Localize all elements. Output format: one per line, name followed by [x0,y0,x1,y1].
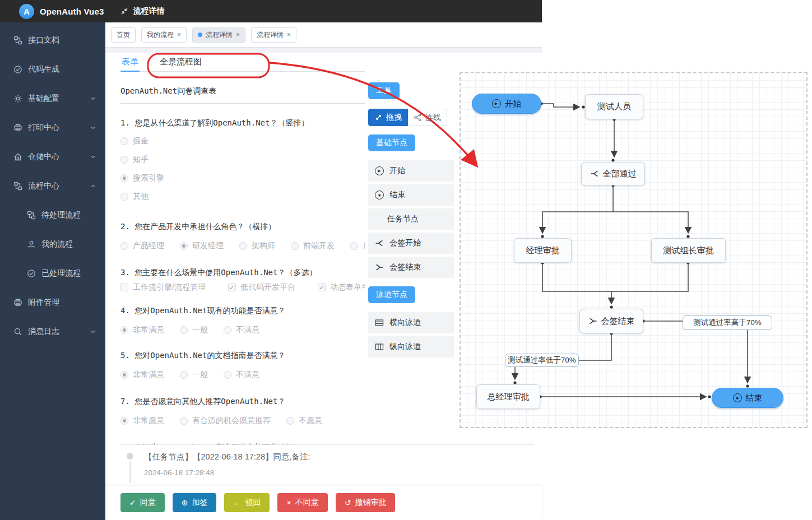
sidebar-item-print-center[interactable]: 打印中心 [0,113,105,142]
radio-option[interactable]: 其他 [120,192,149,202]
checkbox-option[interactable]: ✓动态表单生成 [318,282,365,292]
sidebar-item-label: 打印中心 [28,123,90,133]
node-label: 全部通过 [603,169,637,179]
link-mode-button[interactable]: 连线 [408,109,447,126]
revoke-approval-button[interactable]: ↺ 撤销审批 [336,493,396,512]
radio-option[interactable]: 掘金 [120,136,149,146]
swimlane-nodes-chip[interactable]: 泳道节点 [368,286,415,303]
add-sign-button[interactable]: ⊕ 加签 [173,493,217,512]
tools-header-chip[interactable]: 工具 [368,82,400,99]
flow-node-gm-approve[interactable]: 总经理审批 [476,384,540,409]
divider [105,48,542,53]
radio-option[interactable]: 不满意 [224,370,259,380]
sidebar-item-code-gen[interactable]: 代码生成 [0,55,105,84]
radio-option[interactable]: 架构师 [239,241,275,251]
sidebar-item-processed-flows[interactable]: 已处理流程 [0,259,105,288]
radio-label: 不愿意 [299,416,322,426]
timeline-line [129,462,131,483]
sidebar-item-api-docs[interactable]: 接口文档 [0,26,105,55]
stop-circle-icon: ■ [733,393,742,402]
radio-option[interactable]: 产品经理 [120,241,164,251]
flow-node-end[interactable]: ■ 结束 [712,388,783,408]
toggle-label: 拖拽 [386,113,402,123]
lane-horizontal-icon [375,318,384,327]
drag-mode-button[interactable]: 拖拽 [368,109,408,126]
radio-option[interactable]: 后端开发 [350,241,365,251]
radio-option[interactable]: 有合适的机会愿意推荐 [180,416,271,426]
radio-option[interactable]: 非常满意 [120,325,164,335]
radio-label: 非常满意 [133,325,164,335]
divider [120,103,365,104]
sidebar-item-message-log[interactable]: 消息日志 [0,317,105,346]
radio-label: 知乎 [133,155,149,165]
basic-nodes-chip[interactable]: 基础节点 [368,134,415,151]
reject-button[interactable]: ← 驳回 [224,493,270,512]
flow-node-test-lead-approve[interactable]: 测试组长审批 [651,238,726,263]
checkbox-option[interactable]: ✓低代码开发平台 [228,282,295,292]
radio-option[interactable]: 研发经理 [180,241,224,251]
close-icon[interactable]: × [177,31,181,39]
radio-label: 搜索引擎 [133,173,164,183]
flow-node-all-pass[interactable]: 全部通过 [581,162,645,185]
tab-panorama-flowchart[interactable]: 全景流程图 [159,54,203,71]
chevron-down-icon [90,154,96,160]
chevron-down-icon [90,124,96,131]
radio-option[interactable]: 搜索引擎 [120,173,164,183]
radio-label: 一般 [192,370,208,380]
radio-option[interactable]: 知乎 [120,155,149,165]
question-7-label: 7. 您是否愿意向其他人推荐OpenAuth.Net？ [120,397,365,407]
radio-label: 非常满意 [133,370,164,380]
close-icon[interactable]: × [287,31,291,39]
toolbox-item-horizontal-lane[interactable]: 横向泳道 [368,312,454,333]
close-icon[interactable]: × [236,31,240,39]
content-tabs: 表单 全景流程图 [120,54,365,72]
flow-node-start[interactable]: ▶ 开始 [472,94,541,114]
approve-button[interactable]: ✓ 同意 [120,493,165,512]
tag-my-flows[interactable]: 我的流程 × [141,27,187,43]
app-logo: A [19,4,34,19]
checkbox-label: 低代码开发平台 [240,282,295,292]
lane-vertical-icon [375,342,384,351]
toolbox-item-start[interactable]: ▶ 开始 [368,160,454,182]
sidebar-item-label: 接口文档 [28,35,96,45]
radio-option[interactable]: 非常满意 [120,370,164,380]
node-label: 测试人员 [597,101,631,112]
flow-node-manager-approve[interactable]: 经理审批 [514,238,572,263]
disagree-button[interactable]: × 不同意 [277,493,327,512]
sidebar-item-attachments[interactable]: 附件管理 [0,288,105,317]
tag-label: 我的流程 [147,30,174,40]
flow-canvas[interactable]: ▶ 开始 测试人员 全部通过 经理审批 测试组长审批 会签结束 测试通过率高于7… [460,72,808,428]
radio-option[interactable]: 非常愿意 [120,416,164,426]
toolbox-item-vertical-lane[interactable]: 纵向泳道 [368,336,454,357]
radio-option[interactable]: 不愿意 [286,416,322,426]
toolbox-item-task-node[interactable]: 任务节点 [368,208,454,230]
timeline-entry-text: 【任务节点】【2022-06-18 17:28】同意,备注: [144,452,310,462]
radio-option[interactable]: 前端开发 [291,241,335,251]
sidebar-item-basic-config[interactable]: 基础配置 [0,84,105,113]
tag-flow-detail[interactable]: 流程详情 × [251,27,296,43]
collapse-sidebar-icon[interactable] [120,7,129,16]
tab-form[interactable]: 表单 [120,54,140,71]
node-label: 总经理审批 [488,392,530,402]
radio-option[interactable]: 一般 [180,325,208,335]
toolbox-item-countersign-end[interactable]: 会签结束 [368,257,454,278]
tag-home[interactable]: 首页 [111,27,136,43]
radio-option[interactable]: 不满意 [224,325,259,335]
tag-flow-detail-active[interactable]: 流程详情 × [192,27,245,43]
toolbox-item-end[interactable]: ■ 结束 [368,184,454,206]
toolbox-item-label: 任务节点 [387,214,419,224]
flow-node-countersign-end[interactable]: 会签结束 [579,309,643,333]
toolbox-item-countersign-start[interactable]: 会签开始 [368,233,454,254]
timeline-entry-time: 2024-06-18 17:28:48 [144,468,214,477]
checkbox-option[interactable]: 工作流引擎/流程管理 [120,282,206,292]
sidebar-item-my-flows[interactable]: 我的流程 [0,230,105,259]
app-header: A OpenAuth Vue3 流程详情 [0,0,542,22]
sidebar-item-warehouse-center[interactable]: 仓储中心 [0,142,105,171]
edge-label-pass-rate-high[interactable]: 测试通过率高于70% [683,315,772,330]
edge-label-pass-rate-low[interactable]: 测试通过率低于70% [505,354,579,367]
flow-node-tester[interactable]: 测试人员 [585,94,643,119]
radio-option[interactable]: 一般 [180,370,208,380]
sidebar-item-flow-center[interactable]: 流程中心 [0,171,105,201]
page-title: 流程详情 [133,6,165,16]
sidebar-item-pending-flows[interactable]: 待处理流程 [0,201,105,230]
